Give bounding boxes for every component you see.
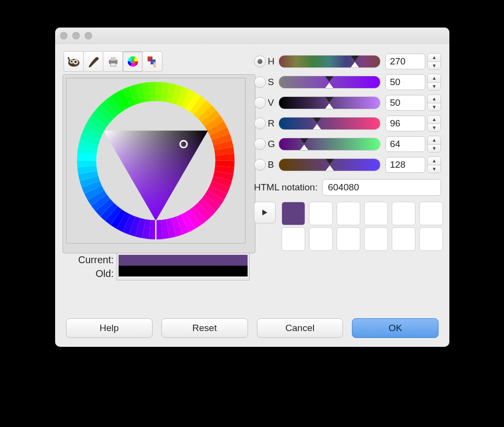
- svg-point-3: [70, 61, 72, 62]
- spinner-up-icon[interactable]: ▲: [428, 116, 441, 124]
- swatch-7[interactable]: [282, 227, 305, 251]
- brush-icon: [87, 55, 100, 68]
- input-value[interactable]: 50: [385, 95, 425, 111]
- titlebar[interactable]: [55, 28, 449, 44]
- reset-button[interactable]: Reset: [161, 318, 248, 338]
- hue-ring[interactable]: [75, 80, 236, 241]
- label-saturation: S: [268, 77, 279, 88]
- row-blue: B 128 ▲ ▼: [254, 154, 441, 175]
- dialog-content: Current: Old: H 270 ▲ ▼: [55, 43, 449, 347]
- zoom-window-icon[interactable]: [85, 32, 92, 39]
- spinner-up-icon[interactable]: ▲: [428, 54, 441, 62]
- channel-sliders: H 270 ▲ ▼ S: [254, 51, 441, 175]
- old-label: Old:: [63, 267, 117, 280]
- spinner-up-icon[interactable]: ▲: [428, 157, 441, 165]
- radio-red[interactable]: [254, 118, 266, 129]
- play-icon: [261, 209, 269, 216]
- slider-green[interactable]: [279, 138, 380, 151]
- tab-wheel[interactable]: [123, 51, 143, 72]
- add-swatch-button[interactable]: [254, 202, 276, 223]
- printer-icon: [106, 55, 120, 68]
- spinner-saturation[interactable]: ▲ ▼: [427, 74, 441, 91]
- spinner-hue[interactable]: ▲ ▼: [427, 53, 441, 70]
- swatch-9[interactable]: [337, 227, 360, 251]
- label-value: V: [268, 97, 279, 108]
- spinner-value[interactable]: ▲ ▼: [427, 94, 441, 111]
- hand-picker-icon: [146, 55, 159, 68]
- help-button[interactable]: Help: [66, 318, 153, 338]
- html-notation-input[interactable]: 604080: [322, 179, 441, 196]
- old-color-swatch[interactable]: [119, 266, 248, 276]
- row-saturation: S 50 ▲ ▼: [254, 72, 441, 92]
- swatch-12[interactable]: [419, 227, 443, 251]
- swatch-2[interactable]: [309, 202, 333, 225]
- spinner-down-icon[interactable]: ▼: [428, 124, 441, 132]
- spinner-up-icon[interactable]: ▲: [428, 95, 441, 103]
- html-notation-label: HTML notation:: [254, 182, 317, 193]
- label-hue: H: [268, 56, 279, 67]
- picker-mode-tabs: [63, 51, 162, 72]
- radio-value[interactable]: [254, 97, 266, 109]
- swatch-1[interactable]: [282, 202, 305, 225]
- svg-point-4: [74, 61, 76, 63]
- slider-red[interactable]: [279, 117, 380, 130]
- svg-rect-7: [110, 63, 116, 66]
- tab-brush[interactable]: [83, 51, 103, 72]
- label-red: R: [268, 118, 279, 129]
- spinner-down-icon[interactable]: ▼: [428, 165, 441, 173]
- spinner-down-icon[interactable]: ▼: [428, 103, 441, 111]
- color-wheel[interactable]: [66, 78, 246, 244]
- radio-green[interactable]: [254, 138, 266, 150]
- row-red: R 96 ▲ ▼: [254, 113, 441, 134]
- color-picker-dialog: Current: Old: H 270 ▲ ▼: [55, 28, 449, 347]
- minimize-window-icon[interactable]: [72, 32, 80, 39]
- radio-saturation[interactable]: [254, 76, 266, 88]
- spinner-down-icon[interactable]: ▼: [428, 62, 441, 70]
- tab-print[interactable]: [103, 51, 123, 72]
- row-green: G 64 ▲ ▼: [254, 134, 441, 154]
- spinner-green[interactable]: ▲ ▼: [427, 136, 441, 152]
- input-saturation[interactable]: 50: [385, 74, 425, 90]
- swatch-4[interactable]: [364, 202, 388, 225]
- ok-button[interactable]: OK: [352, 318, 439, 338]
- spinner-up-icon[interactable]: ▲: [428, 74, 441, 83]
- spinner-down-icon[interactable]: ▼: [428, 145, 441, 152]
- input-hue[interactable]: 270: [385, 54, 425, 69]
- slider-hue[interactable]: [279, 55, 380, 68]
- close-window-icon[interactable]: [60, 32, 67, 39]
- swatch-11[interactable]: [392, 227, 415, 251]
- input-red[interactable]: 96: [385, 116, 425, 131]
- slider-saturation[interactable]: [279, 76, 380, 89]
- current-label: Current:: [63, 253, 117, 267]
- color-wheel-panel: [63, 74, 255, 253]
- swatch-5[interactable]: [392, 202, 415, 225]
- label-green: G: [268, 139, 279, 150]
- slider-value[interactable]: [279, 96, 380, 109]
- spinner-red[interactable]: ▲ ▼: [427, 115, 441, 132]
- dialog-buttons: Help Reset Cancel OK: [55, 318, 449, 338]
- html-notation-row: HTML notation: 604080: [254, 179, 441, 196]
- spinner-up-icon[interactable]: ▲: [428, 136, 441, 145]
- color-wheel-icon: [126, 55, 140, 68]
- swatch-10[interactable]: [364, 227, 388, 251]
- swatch-3[interactable]: [337, 202, 360, 225]
- input-blue[interactable]: 128: [385, 157, 425, 173]
- radio-hue[interactable]: [254, 56, 266, 67]
- swatch-palette: [254, 202, 445, 251]
- current-old-swatches: [117, 253, 250, 280]
- current-color-swatch[interactable]: [119, 255, 248, 266]
- tab-picker[interactable]: [142, 51, 162, 72]
- cancel-button[interactable]: Cancel: [257, 318, 344, 338]
- slider-blue[interactable]: [279, 158, 380, 171]
- svg-rect-6: [110, 57, 116, 61]
- input-green[interactable]: 64: [385, 136, 425, 152]
- spinner-blue[interactable]: ▲ ▼: [427, 156, 441, 173]
- swatch-6[interactable]: [419, 202, 443, 225]
- tab-gimp[interactable]: [63, 51, 84, 72]
- radio-blue[interactable]: [254, 159, 266, 171]
- svg-marker-16: [262, 210, 267, 215]
- current-old-panel: Current: Old:: [63, 253, 250, 280]
- gimp-icon: [67, 55, 81, 68]
- spinner-down-icon[interactable]: ▼: [428, 83, 441, 91]
- swatch-8[interactable]: [309, 227, 333, 251]
